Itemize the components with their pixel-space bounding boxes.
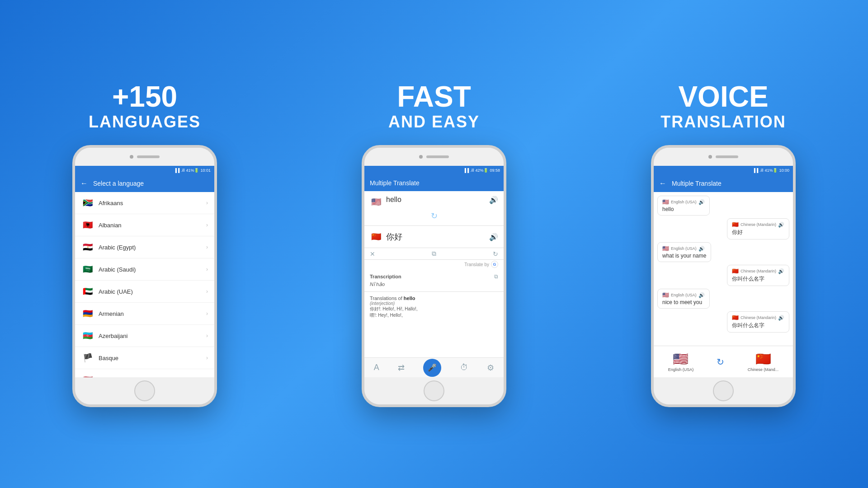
home-button-2[interactable]: [424, 380, 444, 401]
phone2-top: [364, 148, 504, 166]
camera-dot-2: [419, 155, 423, 159]
lang-list-item[interactable]: 🇦🇪 Arabic (UAE) ›: [75, 281, 214, 303]
speaker-output-icon[interactable]: 🔊: [489, 233, 498, 241]
flag-icon: 🏴: [81, 352, 94, 364]
chat-text: 你叫什么名字: [732, 275, 784, 283]
chinese-flag: 🇨🇳: [755, 352, 771, 366]
settings-icon[interactable]: ⚙: [487, 363, 494, 373]
lang-selector-bar: 🇺🇸 English (USA) ↻ 🇨🇳 Chinese (Mand...: [654, 346, 793, 377]
panel1-title-sub: LANGUAGES: [89, 113, 201, 131]
language-list: 🇿🇦 Afrikaans › 🇦🇱 Albanian › 🇪🇬 Arabic (…: [75, 192, 214, 377]
lang-name: Afrikaans: [99, 200, 202, 206]
panel-translate: FAST AND EASY ▐▐ .ill 42%🔋 09:58 Multipl…: [326, 81, 542, 407]
camera-dot: [130, 155, 133, 159]
chat-area: 🇺🇸 English (USA) 🔊 hello 🇨🇳 Chinese (Man…: [654, 192, 793, 346]
back-arrow-icon[interactable]: ←: [80, 179, 88, 188]
chat-flag: 🇺🇸: [662, 245, 669, 252]
refresh-icon[interactable]: ↻: [431, 211, 438, 221]
lang-list-item[interactable]: 🇿🇦 Afrikaans ›: [75, 192, 214, 214]
lang-name: Arabic (Saudi): [99, 266, 202, 273]
chat-speaker-icon[interactable]: 🔊: [778, 315, 784, 321]
lang-name: Arabic (Egypt): [99, 244, 202, 251]
phone2: ▐▐ .ill 42%🔋 09:58 Multiple Translate 🇺🇸…: [362, 145, 506, 407]
flag-icon: 🇦🇱: [81, 219, 94, 231]
translate-content: 🇺🇸 hello 🔊 ↻ 🇨🇳 你好 🔊: [364, 191, 504, 377]
input-flag: 🇺🇸: [370, 196, 382, 208]
chat-bubble: 🇨🇳 Chinese (Mandarin) 🔊 你叫什么名字: [727, 311, 789, 333]
swap-languages-icon[interactable]: ↻: [717, 357, 724, 367]
lang-name: Arabic (UAE): [99, 288, 202, 295]
google-logo: G: [491, 261, 498, 268]
copy-transcription-icon[interactable]: ⧉: [494, 273, 498, 280]
translate-output-area: 🇨🇳 你好 🔊: [364, 226, 504, 248]
lang-list-item[interactable]: 🇪🇬 Arabic (Egypt) ›: [75, 236, 214, 258]
close-icon[interactable]: ✕: [370, 250, 375, 258]
swap-lang-icon[interactable]: ⇄: [398, 363, 405, 373]
lang-selector-chinese[interactable]: 🇨🇳 Chinese (Mand...: [748, 352, 779, 372]
history-icon[interactable]: ⏱: [460, 363, 468, 372]
flag-icon: 🇸🇦: [81, 263, 94, 276]
chat-flag: 🇺🇸: [662, 292, 669, 298]
chat-speaker-icon[interactable]: 🔊: [698, 246, 705, 252]
chat-lang-name: Chinese (Mandarin): [741, 222, 776, 227]
panel2-title-sub: AND EASY: [388, 113, 480, 131]
chat-speaker-icon[interactable]: 🔊: [778, 268, 784, 274]
chat-speaker-icon[interactable]: 🔊: [698, 199, 705, 205]
panel3-title-sub: TRANSLATION: [660, 113, 786, 131]
chat-lang-label: 🇨🇳 Chinese (Mandarin) 🔊: [732, 221, 784, 228]
chat-bubble: 🇺🇸 English (USA) 🔊 nice to meet you: [657, 289, 710, 309]
translations-line2: 喂!: Hey!, Hello!,: [370, 312, 498, 319]
phone2-bottom: [364, 377, 504, 404]
chat-speaker-icon[interactable]: 🔊: [698, 292, 705, 298]
home-button-3[interactable]: [713, 380, 734, 401]
app-bar-3: ← Multiple Translate: [654, 175, 793, 192]
chat-speaker-icon[interactable]: 🔊: [778, 222, 784, 228]
phone1-screen: ← Select a language 🇿🇦 Afrikaans › 🇦🇱 Al…: [75, 175, 214, 377]
lang-list-item[interactable]: 🇸🇦 Arabic (Saudi) ›: [75, 258, 214, 281]
phone3-top: [654, 148, 793, 166]
phone3-bottom: [654, 377, 793, 404]
chevron-right-icon: ›: [206, 200, 208, 206]
chat-flag: 🇨🇳: [732, 268, 739, 274]
flag-icon: 🇦🇿: [81, 329, 94, 342]
flag-icon: 🇿🇦: [81, 197, 94, 209]
lang-name: Armenian: [99, 310, 202, 317]
phone1: ▐▐ .ill 41%🔋 10:01 ← Select a language 🇿…: [72, 145, 217, 407]
back-arrow-icon-3[interactable]: ←: [659, 179, 666, 188]
chevron-right-icon: ›: [206, 355, 208, 361]
phone3: ▐▐ .ill 41%🔋 10:00 ← Multiple Translate …: [651, 145, 796, 407]
chat-bubble: 🇨🇳 Chinese (Mandarin) 🔊 你好: [727, 218, 789, 239]
app-bar-1-title: Select a language: [93, 180, 144, 187]
speaker-input-icon[interactable]: 🔊: [489, 196, 498, 204]
lang-list-item[interactable]: 🇦🇲 Armenian ›: [75, 303, 214, 325]
chat-lang-label: 🇺🇸 English (USA) 🔊: [662, 292, 705, 298]
translations-line1: 你好!: Hello!, Hi!, Hallo!,: [370, 306, 498, 312]
phone3-screen: ← Multiple Translate 🇺🇸 English (USA) 🔊 …: [654, 175, 793, 377]
chevron-right-icon: ›: [206, 244, 208, 250]
transcription-value: Nǐ hǎo: [370, 282, 385, 287]
panel1-title: +150 LANGUAGES: [89, 81, 201, 131]
panel3-title-big: VOICE: [660, 81, 786, 113]
chat-bubble: 🇺🇸 English (USA) 🔊 what is your name: [657, 242, 711, 262]
app-bar-1: ← Select a language: [75, 175, 214, 192]
lang-list-item[interactable]: 🏴 Basque ›: [75, 347, 214, 369]
speaker-bar-2: [426, 155, 449, 158]
lang-list-item[interactable]: 🇦🇿 Azerbaijani ›: [75, 325, 214, 347]
lang-name: Albanian: [99, 222, 202, 229]
home-button-1[interactable]: [134, 380, 155, 401]
mic-fab-button[interactable]: 🎤: [423, 359, 441, 377]
copy-icon[interactable]: ⧉: [432, 250, 436, 258]
flag-icon: 🇪🇬: [81, 241, 94, 253]
lang-name: Basque: [99, 355, 202, 361]
lang-selector-english[interactable]: 🇺🇸 English (USA): [668, 352, 694, 372]
panel2-title-big: FAST: [388, 81, 480, 113]
phone1-bottom: [75, 377, 214, 404]
translations-area: Translations of hello (interjection) 你好!…: [364, 292, 504, 357]
text-icon[interactable]: A: [374, 363, 379, 372]
lang-list-item[interactable]: 🇧🇾 Belarusian ›: [75, 369, 214, 377]
reload-icon[interactable]: ↻: [493, 250, 498, 258]
lang-list-item[interactable]: 🇦🇱 Albanian ›: [75, 214, 214, 236]
speaker-bar-3: [716, 155, 738, 158]
input-text: hello: [386, 196, 486, 204]
chinese-label: Chinese (Mand...: [748, 367, 779, 372]
